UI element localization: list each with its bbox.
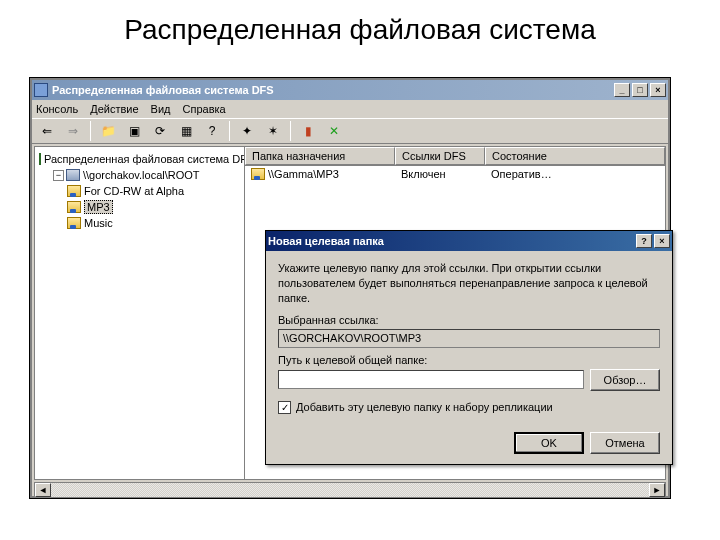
up-button[interactable]: 📁	[97, 120, 119, 142]
tree-host[interactable]: − \\gorchakov.local\ROOT	[39, 167, 240, 183]
path-label: Путь к целевой общей папке:	[278, 354, 660, 366]
share-icon	[67, 201, 81, 213]
dfs-icon	[34, 83, 48, 97]
tool-button-4[interactable]: ✕	[323, 120, 345, 142]
ok-button[interactable]: OK	[514, 432, 584, 454]
scrollbar-horizontal[interactable]: ◄ ►	[34, 482, 666, 498]
forward-button[interactable]: ⇒	[62, 120, 84, 142]
cell-target: \\Gamma\MP3	[268, 168, 339, 180]
menu-bar: Консоль Действие Вид Справка	[32, 100, 668, 118]
col-links[interactable]: Ссылки DFS	[395, 147, 485, 165]
tool-button-3[interactable]: ▮	[297, 120, 319, 142]
selected-link-label: Выбранная ссылка:	[278, 314, 660, 326]
tool-button-2[interactable]: ✶	[262, 120, 284, 142]
replication-checkbox[interactable]: ✓	[278, 401, 291, 414]
share-icon	[251, 168, 265, 180]
maximize-button[interactable]: □	[632, 83, 648, 97]
tree-item-label: Music	[84, 217, 113, 229]
cancel-button[interactable]: Отмена	[590, 432, 660, 454]
dfs-root-icon	[39, 153, 41, 165]
tree-item-mp3[interactable]: MP3	[39, 199, 240, 215]
server-icon	[66, 169, 80, 181]
refresh-button[interactable]: ⟳	[149, 120, 171, 142]
tree-root-label: Распределенная файловая система DFS	[44, 153, 245, 165]
menu-action[interactable]: Действие	[90, 103, 138, 115]
list-header: Папка назначения Ссылки DFS Состояние	[245, 147, 665, 166]
dialog-close-button[interactable]: ×	[654, 234, 670, 248]
close-button[interactable]: ×	[650, 83, 666, 97]
browse-button[interactable]: Обзор…	[590, 369, 660, 391]
selected-link-field	[278, 329, 660, 348]
new-target-dialog: Новая целевая папка ? × Укажите целевую …	[265, 230, 673, 465]
menu-console[interactable]: Консоль	[36, 103, 78, 115]
scroll-left-button[interactable]: ◄	[35, 483, 51, 497]
slide-title: Распределенная файловая система	[0, 0, 720, 56]
back-button[interactable]: ⇐	[36, 120, 58, 142]
share-icon	[67, 185, 81, 197]
share-icon	[67, 217, 81, 229]
tree-item-music[interactable]: Music	[39, 215, 240, 231]
tool-button-1[interactable]: ✦	[236, 120, 258, 142]
scroll-right-button[interactable]: ►	[649, 483, 665, 497]
dialog-instruction: Укажите целевую папку для этой ссылки. П…	[278, 261, 660, 306]
menu-help[interactable]: Справка	[183, 103, 226, 115]
dialog-titlebar: Новая целевая папка ? ×	[266, 231, 672, 251]
cell-links: Включен	[395, 168, 485, 180]
dialog-help-button[interactable]: ?	[636, 234, 652, 248]
export-button[interactable]: ▦	[175, 120, 197, 142]
col-target[interactable]: Папка назначения	[245, 147, 395, 165]
dialog-title: Новая целевая папка	[268, 235, 384, 247]
toolbar: ⇐ ⇒ 📁 ▣ ⟳ ▦ ? ✦ ✶ ▮ ✕	[32, 118, 668, 144]
help-button[interactable]: ?	[201, 120, 223, 142]
target-path-input[interactable]	[278, 370, 584, 389]
collapse-icon[interactable]: −	[53, 170, 64, 181]
tree-pane[interactable]: Распределенная файловая система DFS − \\…	[35, 147, 245, 479]
replication-checkbox-label: Добавить эту целевую папку к набору репл…	[296, 401, 553, 413]
col-state[interactable]: Состояние	[485, 147, 665, 165]
mmc-titlebar: Распределенная файловая система DFS _ □ …	[32, 80, 668, 100]
mmc-window-title: Распределенная файловая система DFS	[52, 84, 274, 96]
tree-root[interactable]: Распределенная файловая система DFS	[39, 151, 240, 167]
properties-button[interactable]: ▣	[123, 120, 145, 142]
tree-host-label: \\gorchakov.local\ROOT	[83, 169, 200, 181]
menu-view[interactable]: Вид	[151, 103, 171, 115]
list-row[interactable]: \\Gamma\MP3 Включен Оператив…	[245, 166, 665, 182]
cell-state: Оператив…	[485, 168, 665, 180]
minimize-button[interactable]: _	[614, 83, 630, 97]
tree-item-label: MP3	[84, 200, 113, 214]
tree-item-label: For CD-RW at Alpha	[84, 185, 184, 197]
tree-item-cdrw[interactable]: For CD-RW at Alpha	[39, 183, 240, 199]
